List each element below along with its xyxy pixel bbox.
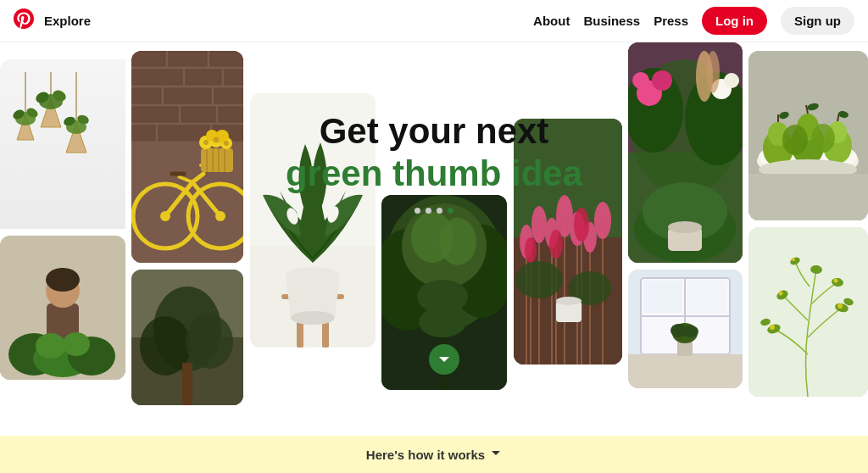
svg-point-88: [419, 307, 466, 337]
svg-point-18: [46, 268, 80, 292]
plants-person-svg: [0, 236, 125, 380]
dark-plant-svg: [131, 270, 243, 405]
svg-point-173: [837, 303, 843, 309]
svg-rect-32: [164, 88, 211, 103]
svg-rect-162: [748, 174, 868, 220]
svg-rect-35: [181, 107, 215, 122]
svg-point-112: [515, 261, 563, 298]
svg-point-63: [224, 141, 229, 146]
nav-business[interactable]: Business: [583, 14, 640, 28]
bottom-bar[interactable]: Here's how it works: [0, 436, 868, 473]
svg-point-115: [556, 297, 581, 305]
chevron-down-icon: [490, 448, 502, 462]
svg-point-124: [632, 72, 649, 89]
svg-rect-36: [219, 107, 243, 122]
svg-point-132: [668, 221, 702, 233]
pears-svg: [748, 51, 868, 220]
green-branches-svg: [748, 227, 868, 397]
svg-rect-163: [748, 227, 868, 397]
svg-rect-34: [131, 107, 178, 122]
image-card-jungle-plants: [381, 195, 507, 390]
nav-press[interactable]: Press: [654, 14, 688, 28]
svg-rect-139: [628, 354, 743, 388]
image-card-plant-arrangement: [628, 42, 743, 263]
svg-rect-31: [131, 88, 161, 103]
svg-point-85: [439, 218, 476, 265]
image-card-pears: [748, 51, 868, 220]
pinterest-logo[interactable]: [14, 8, 34, 34]
svg-rect-25: [131, 51, 165, 66]
svg-rect-33: [214, 88, 243, 103]
bottom-bar-label: Here's how it works: [366, 448, 485, 462]
svg-rect-28: [131, 70, 182, 85]
image-card-hanging-plants: [0, 59, 125, 229]
svg-rect-29: [186, 70, 221, 85]
scroll-down-button[interactable]: [429, 344, 459, 375]
svg-rect-30: [225, 70, 243, 85]
svg-point-143: [683, 326, 698, 337]
nav-about[interactable]: About: [533, 14, 570, 28]
svg-point-62: [214, 137, 220, 143]
svg-rect-138: [687, 281, 727, 313]
svg-point-123: [652, 70, 672, 91]
hero-title-line2: green thumb idea: [286, 153, 582, 195]
svg-rect-137: [643, 281, 682, 313]
hero-dots: [286, 208, 582, 214]
svg-point-61: [203, 140, 209, 145]
image-card-light-room: [628, 270, 743, 388]
svg-point-108: [594, 202, 611, 239]
explore-link[interactable]: Explore: [44, 14, 91, 28]
dot-1[interactable]: [415, 208, 420, 214]
svg-point-159: [782, 125, 808, 155]
svg-point-23: [63, 332, 90, 356]
login-button[interactable]: Log in: [702, 7, 767, 35]
yellow-bike-svg: [131, 51, 243, 263]
hero-title-line1: Get your next: [286, 110, 582, 153]
image-card-dark-plant: [131, 270, 243, 405]
header-left: Explore: [14, 8, 91, 34]
svg-point-176: [792, 258, 795, 261]
svg-rect-51: [201, 148, 233, 172]
image-card-green-branches: [748, 227, 868, 397]
svg-point-109: [525, 237, 537, 263]
svg-point-160: [811, 124, 835, 153]
svg-rect-27: [210, 51, 243, 66]
svg-point-175: [834, 279, 838, 283]
hanging-plants-svg: [0, 72, 102, 225]
pinterest-icon: [14, 8, 34, 34]
header: Explore About Business Press Log in Sign…: [0, 0, 868, 42]
signup-button[interactable]: Sign up: [781, 7, 854, 35]
svg-point-126: [724, 73, 739, 88]
svg-point-110: [549, 230, 563, 259]
svg-rect-37: [131, 125, 155, 141]
svg-point-128: [706, 51, 720, 93]
svg-point-172: [770, 325, 775, 330]
hero-section: Get your next green thumb idea: [286, 110, 582, 214]
svg-rect-26: [169, 51, 207, 66]
svg-point-68: [186, 314, 233, 369]
svg-point-76: [291, 311, 335, 325]
main-content: Get your next green thumb idea: [0, 42, 868, 473]
svg-point-22: [36, 333, 66, 359]
image-card-yellow-bike: [131, 51, 243, 263]
dot-2[interactable]: [426, 208, 431, 214]
svg-point-174: [779, 292, 783, 296]
image-card-plants-person: [0, 236, 125, 380]
plant-arrangement-svg: [628, 42, 743, 263]
dot-4-active[interactable]: [448, 208, 453, 214]
light-room-svg: [628, 270, 743, 388]
dot-3[interactable]: [437, 208, 442, 214]
image-grid: [0, 42, 868, 473]
header-right: About Business Press Log in Sign up: [533, 7, 854, 35]
svg-rect-69: [182, 363, 192, 405]
